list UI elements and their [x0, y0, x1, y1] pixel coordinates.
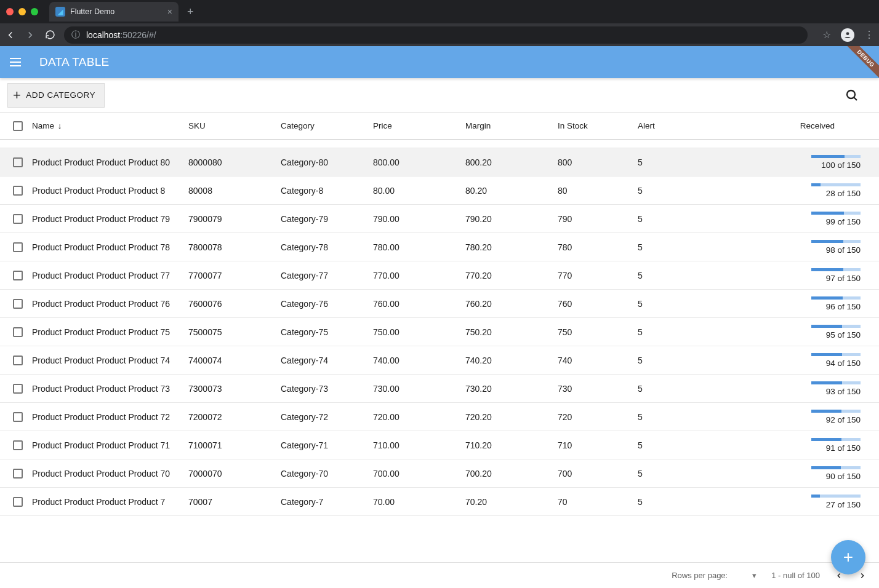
nav-forward-icon[interactable] [25, 30, 36, 41]
address-bar[interactable]: ⓘ localhost:50226/#/ [64, 26, 808, 44]
table-row[interactable]: Product Product Product Product 75750007… [0, 318, 879, 346]
cell-price: 790.00 [373, 214, 465, 224]
cell-price: 780.00 [373, 242, 465, 252]
hamburger-menu-icon[interactable] [10, 55, 25, 70]
header-sku[interactable]: SKU [188, 121, 281, 130]
received-text: 96 of 150 [826, 302, 861, 311]
received-text: 100 of 150 [821, 161, 861, 170]
cell-margin: 70.20 [465, 497, 558, 507]
cell-received: 101 of 150 [705, 140, 872, 141]
fab-add-button[interactable]: + [831, 540, 865, 574]
row-checkbox[interactable] [13, 356, 23, 365]
table-row[interactable]: Product Product Product Product 70700007… [0, 459, 879, 488]
cell-category: Category-76 [281, 299, 373, 309]
header-margin[interactable]: Margin [465, 121, 558, 130]
table-row[interactable]: Product Product Product Product 77770007… [0, 261, 879, 290]
cell-sku: 80008 [188, 186, 281, 196]
row-checkbox[interactable] [13, 242, 23, 252]
progress-bar [811, 183, 861, 186]
plus-icon: + [13, 89, 21, 102]
cell-category: Category-71 [281, 440, 373, 450]
table-row[interactable]: Product Product Product Product 72720007… [0, 403, 879, 431]
search-icon[interactable] [845, 88, 859, 103]
progress-bar [811, 495, 861, 498]
row-checkbox[interactable] [13, 412, 23, 422]
profile-avatar-icon[interactable] [841, 28, 854, 42]
cell-in-stock: 740 [558, 356, 638, 365]
cell-received: 94 of 150 [705, 353, 872, 368]
header-category[interactable]: Category [281, 121, 373, 130]
site-info-icon[interactable]: ⓘ [71, 30, 80, 41]
window-close-icon[interactable] [6, 8, 14, 15]
progress-bar [811, 296, 861, 300]
table-row[interactable]: Product Product Product Product 880008Ca… [0, 177, 879, 205]
header-in-stock[interactable]: In Stock [558, 121, 638, 130]
header-price[interactable]: Price [373, 121, 465, 130]
data-table: Name ↓ SKU Category Price Margin In Stoc… [0, 113, 879, 588]
row-checkbox[interactable] [13, 384, 23, 394]
browser-titlebar: ◢ Flutter Demo × + [0, 0, 879, 23]
cell-price: 70.00 [373, 497, 465, 507]
cell-in-stock: 760 [558, 299, 638, 309]
window-minimize-icon[interactable] [18, 8, 26, 15]
row-checkbox[interactable] [13, 497, 23, 507]
cell-alert: 5 [638, 242, 705, 252]
progress-bar [811, 353, 861, 356]
rows-per-page-dropdown[interactable]: ▾ [752, 571, 757, 580]
header-received[interactable]: Received [705, 121, 872, 130]
browser-menu-icon[interactable]: ⋮ [864, 29, 874, 41]
received-text: 90 of 150 [826, 472, 861, 481]
table-row[interactable]: Product Product Product Product 81810008… [0, 140, 879, 148]
table-row[interactable]: Product Product Product Product 78780007… [0, 233, 879, 261]
cell-price: 720.00 [373, 412, 465, 422]
table-row[interactable]: Product Product Product Product 80800008… [0, 148, 879, 177]
cell-received: 98 of 150 [705, 240, 872, 255]
cell-sku: 7100071 [188, 440, 281, 450]
row-checkbox[interactable] [13, 469, 23, 479]
cell-sku: 7500075 [188, 327, 281, 337]
nav-reload-icon[interactable] [44, 30, 55, 40]
nav-back-icon[interactable] [5, 30, 16, 41]
table-row[interactable]: Product Product Product Product 74740007… [0, 346, 879, 375]
browser-tab[interactable]: ◢ Flutter Demo × [49, 2, 179, 22]
cell-category: Category-7 [281, 497, 373, 507]
received-text: 91 of 150 [826, 443, 861, 453]
cell-name: Product Product Product Product 79 [28, 214, 188, 224]
table-row[interactable]: Product Product Product Product 71710007… [0, 431, 879, 459]
bookmark-star-icon[interactable]: ☆ [822, 29, 831, 41]
cell-margin: 700.20 [465, 469, 558, 479]
row-checkbox[interactable] [13, 440, 23, 450]
table-row[interactable]: Product Product Product Product 770007Ca… [0, 488, 879, 516]
header-name[interactable]: Name ↓ [28, 121, 188, 130]
cell-price: 700.00 [373, 469, 465, 479]
window-zoom-icon[interactable] [31, 8, 38, 15]
cell-received: 97 of 150 [705, 268, 872, 283]
header-alert[interactable]: Alert [638, 121, 705, 130]
select-all-checkbox[interactable] [13, 121, 23, 131]
row-checkbox[interactable] [13, 157, 23, 167]
progress-bar [811, 268, 861, 271]
sort-down-icon: ↓ [58, 121, 62, 130]
table-body[interactable]: Product Product Product Product 81810008… [0, 140, 879, 588]
progress-bar [811, 438, 861, 441]
add-category-button[interactable]: + ADD CATEGORY [7, 83, 105, 108]
row-checkbox[interactable] [13, 271, 23, 280]
received-text: 94 of 150 [826, 359, 861, 368]
window-controls[interactable] [6, 8, 38, 15]
cell-name: Product Product Product Product 78 [28, 242, 188, 252]
row-checkbox[interactable] [13, 186, 23, 196]
table-row[interactable]: Product Product Product Product 76760007… [0, 290, 879, 318]
table-row[interactable]: Product Product Product Product 73730007… [0, 375, 879, 403]
tab-close-icon[interactable]: × [167, 7, 172, 17]
new-tab-icon[interactable]: + [187, 6, 194, 18]
cell-margin: 770.20 [465, 271, 558, 280]
cell-alert: 5 [638, 384, 705, 394]
cell-alert: 5 [638, 469, 705, 479]
table-row[interactable]: Product Product Product Product 79790007… [0, 205, 879, 233]
cell-name: Product Product Product Product 73 [28, 384, 188, 394]
row-checkbox[interactable] [13, 299, 23, 309]
row-checkbox[interactable] [13, 327, 23, 337]
row-checkbox[interactable] [13, 214, 23, 224]
page-next-icon[interactable] [858, 571, 867, 580]
cell-received: 90 of 150 [705, 466, 872, 481]
